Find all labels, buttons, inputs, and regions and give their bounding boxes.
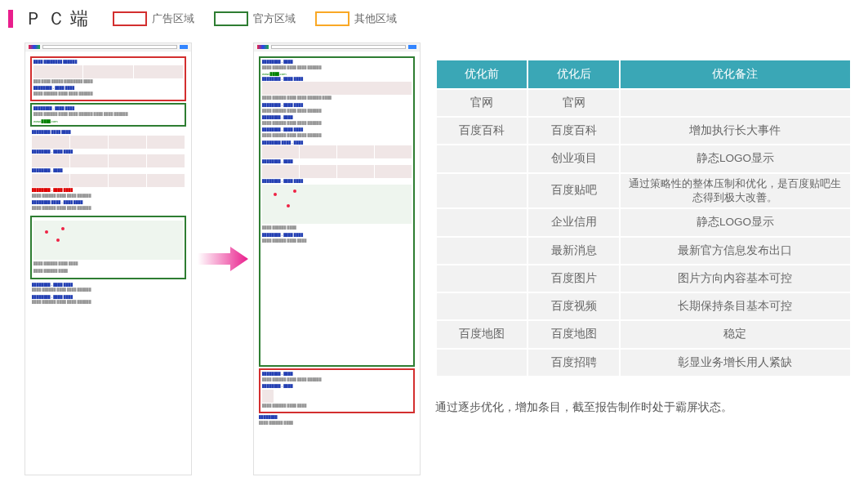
cell-note: 静态LOGO显示 [621, 209, 850, 235]
cell-before [437, 238, 527, 264]
region-other: ████████ ████ ████ ████████ - ████ ████ … [30, 128, 186, 214]
table-header-row: 优化前 优化后 优化备注 [437, 60, 850, 88]
table-row: 百度百科 百度百科 增加执行长大事件 [437, 118, 850, 144]
cell-before: 官网 [437, 90, 527, 116]
serp-before-body: ████ ████████ ██████ ███ ████ █████ ████… [25, 51, 191, 314]
table-row: 百度图片 图片方向内容基本可控 [437, 265, 850, 292]
legend-box-green [214, 11, 248, 26]
table-row: 百度视频 长期保持条目基本可控 [437, 293, 850, 319]
page-header: ＰＣ端 广告区域 官方区域 其他区域 [0, 0, 868, 42]
serp-before: ████ ████████ ██████ ███ ████ █████ ████… [24, 42, 192, 475]
table-row: 百度贴吧 通过策略性的整体压制和优化，是百度贴吧生态得到极大改善。 [437, 174, 850, 208]
legend-label-other: 其他区域 [354, 11, 397, 26]
cell-note: 最新官方信息发布出口 [621, 238, 850, 264]
cell-note: 稳定 [621, 321, 850, 347]
cell-after: 最新消息 [528, 238, 618, 264]
baidu-logo-icon [257, 45, 269, 49]
cell-note: 增加执行长大事件 [621, 118, 850, 144]
table-row: 企业信用 静态LOGO显示 [437, 209, 850, 235]
cell-before [437, 209, 527, 235]
cell-after: 百度图片 [528, 265, 618, 292]
search-input-mock [42, 45, 177, 49]
svg-marker-0 [198, 247, 248, 271]
search-button-mock [408, 45, 416, 49]
cell-after: 百度贴吧 [528, 174, 618, 208]
comparison-table: 优化前 优化后 优化备注 官网 官网 百度百科 百度百科 增加执行长大事件 [435, 59, 852, 377]
cell-before [437, 265, 527, 292]
legend-ad: 广告区域 [113, 11, 194, 26]
cell-note: 长期保持条目基本可控 [621, 293, 850, 319]
accent-bar [8, 10, 13, 28]
baidu-logo-icon [29, 45, 40, 49]
cell-before [437, 350, 527, 376]
region-ad: ████ ████████ ██████ ███ ████ █████ ████… [30, 56, 186, 101]
table-row: 最新消息 最新官方信息发布出口 [437, 238, 850, 264]
page-title: ＰＣ端 [24, 7, 93, 31]
serp-after-header [254, 43, 420, 51]
content-row: ████ ████████ ██████ ███ ████ █████ ████… [0, 42, 868, 475]
table-row: 百度地图 百度地图 稳定 [437, 321, 850, 347]
cell-before [437, 293, 527, 319]
cell-note: 通过策略性的整体压制和优化，是百度贴吧生态得到极大改善。 [621, 174, 850, 208]
search-input-mock [271, 45, 406, 49]
legend-box-yellow [315, 11, 349, 26]
table-row: 官网 官网 [437, 90, 850, 116]
region-official-2: ████ ██████ ████ ████ ████ ██████ ████ [30, 216, 186, 279]
region-official: ████████ - ████ ████ ██████ ████ ████ ██… [259, 56, 415, 367]
cell-after: 百度地图 [528, 321, 618, 347]
footnote-text: 通过逐步优化，增加条目，截至报告制作时处于霸屏状态。 [435, 400, 852, 415]
legend-official: 官方区域 [214, 11, 296, 26]
cell-note: 图片方向内容基本可控 [621, 265, 850, 292]
legend-other: 其他区域 [315, 11, 397, 26]
cell-note [621, 90, 850, 116]
table-row: 百度招聘 彰显业务增长用人紧缺 [437, 350, 850, 376]
arrow-icon [192, 42, 253, 475]
table-row: 创业项目 静态LOGO显示 [437, 145, 850, 172]
cell-after: 创业项目 [528, 145, 618, 172]
legend-label-ad: 广告区域 [152, 11, 194, 26]
th-note: 优化备注 [621, 60, 850, 88]
cell-note: 彰显业务增长用人紧缺 [621, 350, 850, 376]
th-before: 优化前 [437, 60, 527, 88]
cell-before: 百度地图 [437, 321, 527, 347]
legend-box-red [113, 11, 147, 26]
cell-after: 百度招聘 [528, 350, 618, 376]
serp-after: ████████ - ████ ████ ██████ ████ ████ ██… [253, 42, 421, 475]
region-official: ████████ - ████ ████ ████ ██████ ████ ██… [30, 103, 186, 127]
serp-before-header [25, 43, 191, 51]
cell-note: 静态LOGO显示 [621, 145, 850, 172]
cell-before [437, 145, 527, 172]
search-button-mock [180, 45, 188, 49]
cell-after: 百度百科 [528, 118, 618, 144]
map-thumbnail [33, 221, 183, 260]
cell-before: 百度百科 [437, 118, 527, 144]
map-thumbnail [262, 185, 412, 224]
serp-after-body: ████████ - ████ ████ ██████ ████ ████ ██… [254, 51, 420, 431]
legend-label-official: 官方区域 [253, 11, 296, 26]
comparison-panel: 优化前 优化后 优化备注 官网 官网 百度百科 百度百科 增加执行长大事件 [435, 42, 852, 475]
th-after: 优化后 [528, 60, 618, 88]
cell-after: 官网 [528, 90, 618, 116]
cell-after: 企业信用 [528, 209, 618, 235]
cell-after: 百度视频 [528, 293, 618, 319]
region-ad: ████████ - ████ ████ ██████ ████ ████ ██… [259, 368, 415, 413]
region-other-2: ████████ - ████ ████ ████ ██████ ████ ██… [30, 281, 186, 309]
cell-before [437, 174, 527, 208]
